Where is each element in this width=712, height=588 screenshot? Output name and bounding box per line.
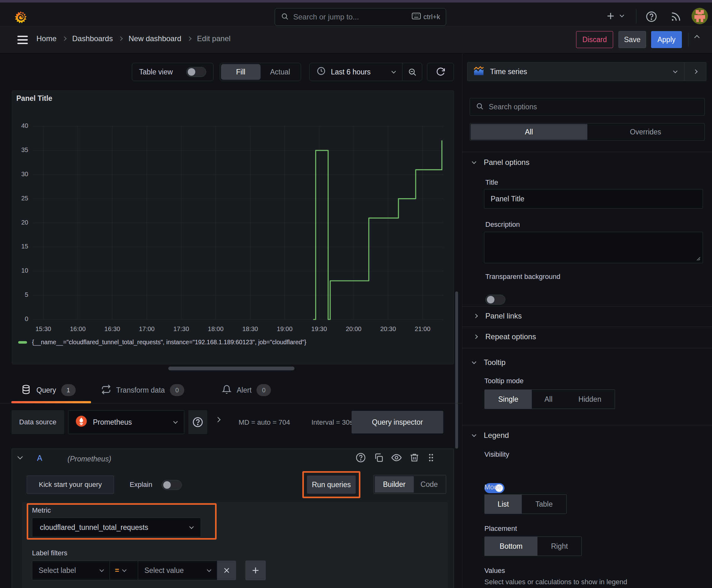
grafana-logo-icon[interactable] (13, 9, 29, 27)
tab-overrides[interactable]: Overrides (587, 124, 704, 140)
datasource-picker[interactable]: Prometheus (68, 410, 184, 434)
metric-select[interactable]: cloudflared_tunnel_total_requests (32, 518, 201, 537)
collapse-header-button[interactable] (695, 36, 699, 40)
window-top-strip (0, 0, 712, 2)
discard-button[interactable]: Discard (576, 31, 613, 48)
chevron-down-icon (100, 568, 104, 572)
operator-value: = (115, 566, 119, 575)
legend-placement-segment: Bottom Right (484, 537, 582, 556)
add-filter-button[interactable] (245, 561, 265, 580)
legend-values-label: Values (484, 567, 505, 575)
tab-transform[interactable]: Transform data 0 (101, 378, 184, 402)
actual-option[interactable]: Actual (261, 64, 300, 80)
fill-option[interactable]: Fill (221, 64, 261, 80)
tooltip-all-option[interactable]: All (532, 390, 565, 408)
search-input[interactable] (293, 12, 408, 22)
transparent-bg-toggle[interactable] (486, 295, 505, 305)
kick-start-button[interactable]: Kick start your query (27, 476, 114, 494)
description-textarea[interactable] (484, 232, 703, 263)
legend-list-option[interactable]: List (485, 495, 522, 513)
mega-menu-icon[interactable] (16, 35, 29, 45)
top-nav-bar: ctrl+k (0, 2, 712, 26)
tooltip-header[interactable]: Tooltip (473, 358, 505, 367)
visualization-picker[interactable]: Time series (467, 62, 706, 81)
legend-table-option[interactable]: Table (522, 495, 566, 513)
legend-values-hint: Select values or calculations to show in… (484, 578, 627, 586)
news-rss-button[interactable] (670, 11, 682, 23)
options-search (470, 98, 705, 115)
tooltip-single-option[interactable]: Single (485, 390, 532, 408)
remove-filter-button[interactable] (217, 561, 236, 580)
tab-query-label: Query (37, 386, 56, 395)
placement-bottom-option[interactable]: Bottom (485, 537, 537, 555)
tooltip-hidden-option[interactable]: Hidden (565, 390, 615, 408)
builder-code-segment: Builder Code (373, 475, 446, 494)
y-tick-label: 0 (9, 315, 28, 322)
collapse-options-button[interactable] (685, 63, 706, 81)
metric-value: cloudflared_tunnel_total_requests (40, 523, 148, 532)
run-queries-button[interactable]: Run queries (307, 476, 356, 494)
legend-series-swatch[interactable] (18, 341, 27, 344)
explain-toggle[interactable] (162, 480, 182, 490)
tab-all[interactable]: All (471, 124, 587, 140)
duplicate-query-icon[interactable] (373, 453, 384, 463)
zoom-out-button[interactable] (403, 63, 422, 81)
x-tick-label: 18:00 (201, 326, 230, 333)
time-range-picker[interactable]: Last 6 hours (309, 66, 402, 78)
search-icon (281, 12, 289, 22)
breadcrumb-new-dashboard[interactable]: New dashboard (128, 34, 181, 43)
breadcrumb-home[interactable]: Home (37, 34, 57, 43)
query-help-icon[interactable] (355, 452, 366, 463)
time-series-chart[interactable] (28, 123, 447, 323)
x-tick-label: 16:00 (64, 326, 92, 333)
apply-button[interactable]: Apply (651, 31, 682, 48)
table-view-toggle[interactable] (186, 67, 206, 77)
save-button[interactable]: Save (619, 31, 646, 48)
select-value-dropdown[interactable]: Select value (138, 561, 217, 580)
chevron-down-icon (391, 69, 396, 74)
tab-alert[interactable]: Alert 0 (222, 378, 271, 402)
time-range-control: Last 6 hours (309, 63, 422, 81)
legend-series-label[interactable]: {__name__="cloudflared_tunnel_total_requ… (32, 339, 306, 346)
legend-mode-segment: List Table (484, 495, 567, 514)
x-tick-label: 19:30 (305, 326, 333, 333)
select-label-dropdown[interactable]: Select label (32, 561, 110, 580)
repeat-options-header[interactable]: Repeat options (474, 332, 536, 341)
search-shortcut: ctrl+k (412, 12, 440, 22)
query-ref-id[interactable]: A (37, 454, 42, 463)
user-avatar[interactable] (691, 7, 708, 24)
tooltip-mode-label: Tooltip mode (484, 377, 524, 385)
panel-links-header[interactable]: Panel links (474, 312, 522, 320)
datasource-help-button[interactable] (188, 410, 207, 434)
resize-corner-icon[interactable] (696, 256, 701, 261)
tab-alert-label: Alert (237, 386, 252, 395)
vertical-scrollbar[interactable] (455, 292, 458, 448)
refresh-button[interactable] (427, 63, 454, 81)
query-datasource-hint: (Prometheus) (67, 455, 111, 463)
legend-header[interactable]: Legend (473, 431, 509, 440)
tab-query[interactable]: Query 1 (21, 378, 75, 402)
y-tick-label: 30 (9, 171, 28, 178)
placement-right-option[interactable]: Right (537, 537, 581, 555)
options-expand-chevron[interactable] (216, 418, 220, 422)
editor-tabs: Query 1 Transform data 0 Alert 0 (0, 378, 462, 403)
toggle-visibility-icon[interactable] (391, 452, 402, 463)
panel-title-input[interactable] (484, 189, 703, 209)
pane-resize-handle[interactable] (168, 366, 295, 370)
x-tick-label: 20:30 (374, 326, 402, 333)
delete-query-icon[interactable] (409, 453, 419, 463)
panel-options-header[interactable]: Panel options (473, 158, 529, 167)
tab-transform-label: Transform data (116, 386, 165, 395)
query-collapse-chevron[interactable] (18, 456, 22, 459)
help-button[interactable] (645, 11, 657, 23)
add-menu-button[interactable] (605, 11, 624, 21)
topbar-divider (636, 9, 637, 23)
query-inspector-button[interactable]: Query inspector (352, 411, 443, 434)
drag-handle-icon[interactable] (427, 453, 435, 463)
transparent-bg-label: Transparent background (486, 273, 560, 281)
operator-dropdown[interactable]: = (110, 561, 138, 580)
options-search-input[interactable] (488, 102, 699, 111)
code-option[interactable]: Code (414, 476, 445, 492)
builder-option[interactable]: Builder (375, 476, 414, 492)
breadcrumb-dashboards[interactable]: Dashboards (72, 34, 113, 43)
